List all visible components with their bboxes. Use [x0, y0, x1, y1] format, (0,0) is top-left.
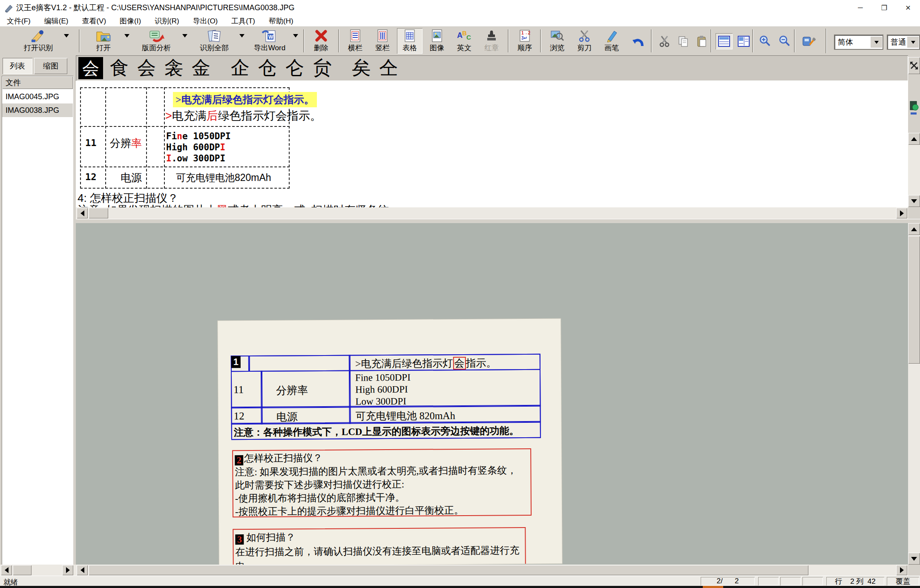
mode-combo-arrow[interactable] [907, 37, 919, 48]
file-list-header[interactable]: 文件 [2, 76, 73, 89]
menu-view[interactable]: 查看(V) [75, 15, 113, 26]
charset-combo-arrow[interactable] [871, 37, 882, 48]
settings-button[interactable] [800, 33, 817, 49]
status-overwrite-indicator: 覆盖 [887, 577, 919, 585]
scroll-down-button[interactable] [908, 553, 920, 565]
scanned-photo[interactable]: 1 >电充满后绿色指示灯会指示。 11 分辨率 Fine 1050DPI Hig… [218, 319, 562, 565]
scanned-image-panel[interactable]: 1 >电充满后绿色指示灯会指示。 11 分辨率 Fine 1050DPI Hig… [76, 223, 908, 565]
tab-thumbnail[interactable]: 缩图 [34, 58, 67, 74]
candidate-char[interactable]: 仝 [379, 57, 398, 79]
ocr-result-line[interactable]: >电充满后绿色指示灯会指示。 [165, 108, 322, 123]
candidate-char[interactable]: 仓 [258, 57, 277, 79]
open-recognize-dropdown[interactable] [64, 37, 69, 45]
scroll-left-button[interactable] [77, 565, 88, 575]
file-item[interactable]: IMAG0045.JPG [2, 90, 73, 103]
menu-recognize[interactable]: 识别(R) [148, 15, 186, 26]
pen-button[interactable]: 画笔 [599, 28, 624, 54]
ocr-clipped-line[interactable]: 注意: 如果发现扫描的图片太黑或者太明亮，或: 扫描时有竖条纹 [78, 203, 389, 207]
maximize-button[interactable]: ❐ [872, 0, 896, 15]
scroll-up-button[interactable] [908, 223, 920, 235]
ocr-row-number[interactable]: 11 [85, 138, 97, 148]
ocr-row-label[interactable]: 电源 [121, 171, 142, 185]
candidate-char[interactable]: 衾 [164, 57, 183, 79]
recognize-all-button[interactable]: 识别全部 [191, 28, 238, 54]
candidate-char[interactable]: 金 [192, 57, 210, 79]
split-vertical-icon [737, 35, 750, 48]
red-stamp-button[interactable]: 红章 [479, 28, 504, 54]
menu-export[interactable]: 导出(O) [186, 15, 225, 26]
menu-image[interactable]: 图像(I) [113, 15, 148, 26]
sidebar-hscrollbar[interactable] [0, 565, 76, 576]
browse-button[interactable]: 浏览 [544, 28, 570, 54]
image-button[interactable]: 图像 [424, 28, 450, 54]
open-dropdown[interactable] [124, 37, 129, 45]
scrollbar-thumb[interactable] [89, 565, 808, 575]
recognize-all-dropdown[interactable] [239, 37, 244, 45]
scrollbar-thumb[interactable] [13, 565, 32, 575]
menu-edit[interactable]: 编辑(E) [37, 15, 75, 26]
menu-help[interactable]: 帮助(H) [262, 15, 300, 26]
image-hscrollbar[interactable] [76, 565, 908, 576]
candidate-char[interactable]: 仑 [285, 57, 304, 79]
file-item-selected[interactable]: IMAG0038.JPG [2, 103, 73, 117]
english-button[interactable]: ABC 英文 [451, 28, 477, 54]
candidate-char[interactable]: 食 [110, 57, 129, 79]
status-cell-empty [780, 577, 801, 585]
recognize-zone-button[interactable] [908, 97, 920, 123]
scroll-left-button[interactable] [77, 208, 88, 218]
paste-button[interactable] [693, 33, 710, 49]
charset-combo[interactable]: 简体 [834, 34, 883, 50]
order-button[interactable]: 1→23↵ 顺序 [512, 28, 538, 54]
scissors-button[interactable]: 剪刀 [572, 28, 597, 54]
layout-analysis-dropdown[interactable] [182, 37, 187, 45]
menu-file[interactable]: 文件(F) [0, 15, 37, 26]
open-button[interactable]: 打开 [84, 28, 123, 54]
split-horizontal-button[interactable] [716, 33, 733, 49]
scrollbar-thumb[interactable] [908, 236, 920, 364]
ocr-source-highlight-line: >电充满后绿色指示灯会指示。 [173, 92, 317, 107]
scroll-right-button[interactable] [62, 565, 73, 575]
zoom-in-button[interactable] [756, 33, 773, 49]
candidate-char[interactable]: 矣 [352, 57, 371, 79]
ocr-vscrollbar-track[interactable] [908, 145, 920, 195]
candidate-char[interactable]: 贠 [313, 57, 331, 79]
cut-button[interactable] [656, 33, 673, 49]
ocr-row-value[interactable]: 可充电锂电池820mAh [176, 171, 271, 184]
candidate-char[interactable]: 会 [137, 57, 156, 79]
open-recognize-button[interactable]: 打开识别 [15, 28, 62, 54]
scrollbar-thumb[interactable] [89, 208, 108, 218]
minimize-button[interactable]: ─ [848, 0, 872, 15]
ocr-row-number[interactable]: 12 [85, 172, 97, 182]
delete-button[interactable]: 删除 [308, 28, 335, 54]
scroll-up-button[interactable] [908, 133, 920, 145]
ocr-dpi-lines[interactable]: Fine 1050DPI High 600DPI I.ow 300DPI [166, 131, 231, 164]
image-vscrollbar[interactable] [908, 223, 920, 565]
mode-combo[interactable]: 普通 [887, 34, 920, 50]
close-button[interactable]: ✕ [896, 0, 920, 15]
vertical-column-button[interactable]: 竖栏 [370, 28, 395, 54]
ocr-editor[interactable]: >电充满后绿色指示灯会指示。 >电充满后绿色指示灯会指示。 11 分辨率 Fin… [76, 81, 908, 207]
horizontal-column-button[interactable]: 横栏 [342, 28, 368, 54]
export-word-button[interactable]: W 导出Word [246, 28, 293, 54]
table-button[interactable]: 表格 [397, 28, 423, 54]
zoom-out-button[interactable] [776, 33, 793, 49]
candidate-char[interactable]: 企 [231, 57, 250, 79]
layout-analysis-icon [147, 28, 165, 43]
copy-button[interactable] [675, 33, 692, 49]
ocr-table-gridline [146, 87, 147, 189]
scan-text: >电充满后绿色指示灯 [355, 358, 453, 369]
ocr-row-label[interactable]: 分辨率 [110, 136, 142, 150]
scroll-left-button[interactable] [1, 565, 12, 575]
scroll-down-button[interactable] [908, 195, 920, 207]
zone-number-badge: 2 [235, 455, 243, 465]
menu-tools[interactable]: 工具(T) [224, 15, 262, 26]
layout-analysis-button[interactable]: 版面分析 [133, 28, 180, 54]
scroll-right-button[interactable] [896, 208, 907, 218]
ocr-hscrollbar[interactable] [76, 207, 908, 219]
fit-view-button[interactable] [908, 57, 920, 74]
export-word-dropdown[interactable] [293, 37, 298, 45]
undo-button[interactable] [630, 33, 647, 49]
split-vertical-button[interactable] [735, 33, 752, 49]
scroll-right-button[interactable] [896, 565, 907, 575]
tab-list[interactable]: 列表 [3, 58, 32, 74]
